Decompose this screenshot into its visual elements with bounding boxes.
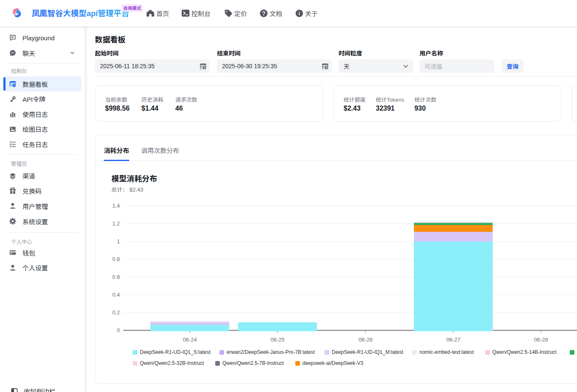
svg-text:1.4: 1.4 <box>112 203 120 209</box>
svg-text:1: 1 <box>117 238 120 245</box>
svg-text:06-27: 06-27 <box>446 336 460 343</box>
svg-text:06-28: 06-28 <box>534 336 548 343</box>
svg-text:0.8: 0.8 <box>112 256 120 262</box>
svg-text:06-24: 06-24 <box>183 336 197 343</box>
svg-text:0.2: 0.2 <box>112 309 120 316</box>
svg-text:0.6: 0.6 <box>112 274 120 280</box>
svg-text:0: 0 <box>117 327 120 334</box>
svg-text:06-26: 06-26 <box>358 336 372 343</box>
svg-text:06-25: 06-25 <box>270 336 284 343</box>
svg-text:0.4: 0.4 <box>112 292 120 298</box>
svg-text:1.2: 1.2 <box>112 220 120 227</box>
